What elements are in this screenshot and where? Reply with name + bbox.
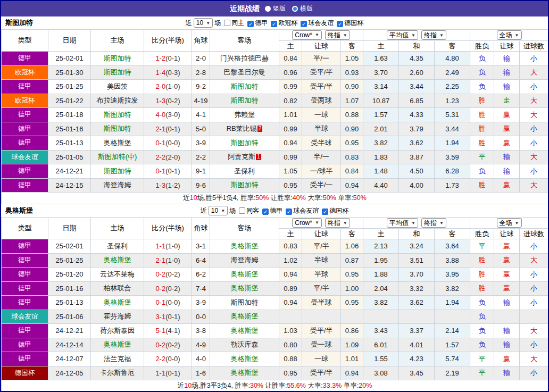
column-subheader: 客: [341, 41, 363, 52]
score-cell: 2-0(1-0): [144, 80, 192, 94]
home-team-link[interactable]: 斯图加特: [104, 167, 131, 175]
table-row: 德甲24-12-21斯图加特0-1(0-1)9-1圣保利1.05一/球半0.84…: [2, 164, 548, 179]
away-team-link[interactable]: 奥格斯堡: [231, 284, 259, 292]
away-team-link[interactable]: 门兴格拉德巴赫: [220, 54, 269, 62]
home-team-link[interactable]: 奥格斯堡: [104, 340, 131, 348]
fulltime-score: 2-1: [155, 256, 165, 264]
recent-count-select[interactable]: 10▼: [194, 18, 213, 28]
odds-home-cell: 1.03: [279, 324, 302, 338]
league-checkbox[interactable]: ✓: [301, 21, 307, 27]
radio-icon: [292, 6, 298, 12]
title-bar: 近期战绩 竖版横版: [1, 1, 548, 16]
corner-cell: 3-9: [192, 136, 210, 151]
date-cell: 25-01-25: [48, 80, 91, 94]
away-team-link[interactable]: 弗赖堡: [234, 111, 255, 119]
home-team-link[interactable]: 斯图加特: [104, 68, 131, 76]
away-team-link[interactable]: 奥格斯堡: [231, 355, 259, 363]
avg-draw-cell: 3.32: [399, 281, 435, 296]
handicap-result-cell: 输: [494, 324, 520, 338]
handicap-result-cell: 赢: [494, 108, 520, 122]
home-team-link[interactable]: 斯图加特(中): [98, 153, 137, 161]
odds-away-cell: 1.06: [341, 239, 363, 254]
handicap-cell: 平/半: [302, 239, 341, 254]
away-team-link[interactable]: 阿贾克斯: [228, 153, 255, 161]
same-venue-checkbox[interactable]: [239, 207, 245, 214]
home-team-link[interactable]: 奥格斯堡: [104, 139, 131, 147]
league-checkbox[interactable]: ✓: [271, 21, 277, 27]
layout-radio-vertical[interactable]: 竖版: [265, 4, 286, 13]
away-team-link[interactable]: 海登海姆: [231, 256, 259, 264]
home-team-link[interactable]: 柏林联合: [104, 284, 131, 292]
home-team-link[interactable]: 海登海姆: [104, 181, 131, 189]
home-team-link[interactable]: 斯图加特: [104, 54, 131, 62]
home-team-cell: 布拉迪斯拉发: [91, 94, 144, 108]
select-value: Crow*: [295, 219, 312, 227]
away-team-link[interactable]: 斯图加特: [231, 96, 259, 104]
league-checkbox[interactable]: ✓: [337, 21, 343, 27]
away-team-cell: 弗赖堡: [210, 108, 279, 122]
away-team-link[interactable]: 斯图加特: [231, 139, 259, 147]
odds-final-select[interactable]: 终指▼: [325, 30, 350, 40]
same-venue-checkbox[interactable]: [224, 20, 230, 26]
away-team-link[interactable]: 奥格斯堡: [231, 242, 259, 250]
home-team-link[interactable]: 奥格斯堡: [104, 256, 131, 264]
goals-result-cell: 小: [520, 338, 548, 352]
away-team-link[interactable]: 奥格斯堡: [231, 327, 259, 335]
recent-count-select[interactable]: 10▼: [209, 206, 228, 215]
avg-source-select[interactable]: 平均值▼: [387, 30, 418, 40]
away-team-link[interactable]: 奥格斯堡: [231, 270, 259, 278]
fulltime-score: 0-1: [155, 139, 165, 147]
away-team-link[interactable]: 奥格斯堡: [231, 312, 259, 320]
home-team-link[interactable]: 斯图加特: [104, 124, 131, 132]
away-team-link[interactable]: 巴黎圣日尔曼: [224, 68, 265, 76]
avg-lose-cell: 3.88: [435, 253, 470, 268]
team-section-2: 奥格斯堡近10▼场同客✓德甲✓球会友谊✓德国杯类型日期主场比分(半场)角球客场C…: [1, 204, 548, 392]
filter-controls: 近10▼场同主✓德甲✓欧冠杯✓球会友谊✓德国杯: [186, 18, 363, 28]
away-team-link[interactable]: 斯图加特: [231, 82, 259, 90]
away-team-link[interactable]: 圣保利: [234, 167, 255, 175]
odds-away-cell: 0.93: [341, 65, 363, 80]
odds-final-select[interactable]: 终指▼: [325, 218, 350, 228]
chevron-down-icon: ▼: [343, 33, 347, 38]
goals-result-cell: 小: [520, 281, 548, 296]
home-team-link[interactable]: 云达不莱梅: [100, 270, 135, 278]
league-checkbox[interactable]: ✓: [286, 208, 292, 215]
avg-final-select[interactable]: 终指▼: [421, 30, 446, 40]
home-team-link[interactable]: 奥格斯堡: [104, 298, 131, 306]
scope-select[interactable]: 全场▼: [497, 30, 522, 40]
column-header: 日期: [48, 30, 91, 52]
handicap-cell: 半球: [302, 253, 341, 268]
result-cell: 胜: [470, 94, 494, 108]
home-team-link[interactable]: 布拉迪斯拉发: [97, 96, 138, 104]
home-team-link[interactable]: 美因茨: [107, 82, 128, 90]
away-team-link[interactable]: 斯图加特: [231, 181, 259, 189]
goals-result-cell: 小: [520, 296, 548, 310]
away-team-link[interactable]: 勒沃库森: [231, 340, 259, 348]
avg-source-select[interactable]: 平均值▼: [387, 218, 418, 228]
league-checkbox[interactable]: ✓: [247, 21, 254, 27]
away-team-link[interactable]: 斯图加特: [231, 298, 259, 306]
handicap-cell: 受一球: [302, 338, 341, 352]
league-checkbox[interactable]: ✓: [322, 208, 328, 215]
league-checkbox[interactable]: ✓: [262, 208, 269, 215]
away-team-link[interactable]: 奥格斯堡: [231, 369, 259, 377]
result-cell: 负: [470, 65, 494, 80]
home-team-link[interactable]: 法兰克福: [104, 355, 131, 363]
home-team-link[interactable]: 荷尔斯泰因: [100, 327, 135, 335]
home-team-cell: 奥格斯堡: [91, 253, 144, 268]
home-team-link[interactable]: 斯图加特: [104, 111, 131, 119]
odds-source-select[interactable]: Crow*▼: [292, 30, 322, 40]
home-team-link[interactable]: 卡尔斯鲁厄: [100, 369, 135, 377]
avg-final-select[interactable]: 终指▼: [421, 218, 446, 228]
layout-radio-horizontal[interactable]: 横版: [292, 4, 313, 13]
summary-cell: 近10场,胜3平3负4, 胜率:30% 让胜率:55.6% 大率:33.3% 单…: [2, 380, 548, 392]
odds-source-select[interactable]: Crow*▼: [292, 218, 322, 228]
avg-dropdown-cell: 平均值▼终指▼: [363, 218, 470, 229]
league-cell: 欧冠杯: [2, 94, 48, 108]
corner-cell: 4-9: [192, 338, 210, 352]
home-team-link[interactable]: 圣保利: [107, 242, 128, 250]
away-team-link[interactable]: RB莱比锡: [227, 124, 257, 132]
away-team-cell: 斯图加特: [210, 296, 279, 310]
scope-select[interactable]: 全场▼: [497, 218, 522, 228]
home-team-link[interactable]: 霍芬海姆: [104, 312, 131, 320]
